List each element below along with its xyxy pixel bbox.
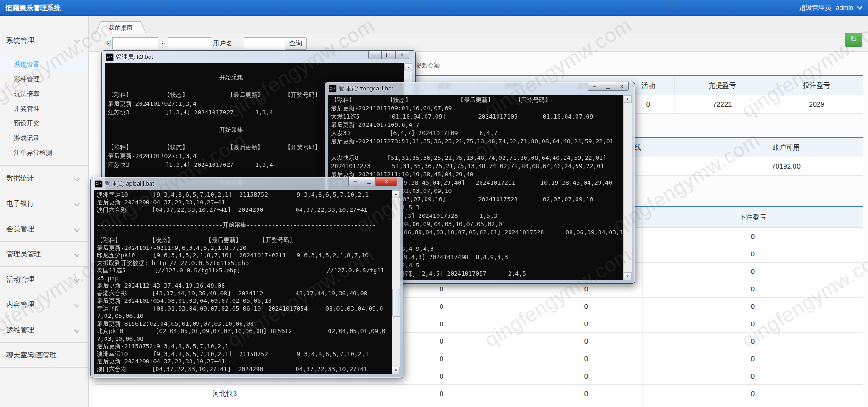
admin-app: 恒耀娱乐管理系统 超级管理员 admin 系统管理系统设置彩种管理玩法倍率开奖管… [0,0,868,407]
sidebar-group[interactable]: 运维管理 [0,317,88,343]
minimize-button[interactable]: ─ [588,82,601,91]
chevron-down-icon [74,175,80,181]
sidebar-group-label: 内容管理 [6,300,34,308]
username-input[interactable] [244,37,289,49]
close-button[interactable]: ✕ [396,51,409,59]
sidebar-item[interactable]: 注单异常检测 [0,145,88,160]
scroll-up-icon[interactable]: ▲ [624,95,632,103]
table-cell: 0 [530,350,643,367]
sidebar-group[interactable]: 聊天室/动画管理 [0,343,88,368]
window-apicaiji-controls: ─ ✕ [348,177,397,186]
refresh-button[interactable]: ↻ [845,33,862,47]
chevron-down-icon [74,327,80,333]
scroll-up-icon[interactable]: ▲ [404,63,412,71]
sidebar-group-label: 管理员管理 [6,250,41,258]
window-apicaiji-console: 澳洲幸运10 [9,3,4,8,6,5,7,10,2,1] 21158752 9… [94,190,400,374]
chevron-down-icon [857,4,862,9]
scrollbar[interactable]: ▲ ▼ [623,95,632,280]
table-cell: 0 [530,385,643,402]
sidebar-group[interactable]: 会员管理 [0,216,88,242]
cmd-icon: C:\ [95,180,103,188]
sidebar-group[interactable]: 活动管理 [0,267,88,292]
table-cell: 70192.00 [709,157,863,175]
window-apicaiji: C:\ 管理员: apicaiji.bat ─ ✕ 澳洲幸运10 [9,3,4,… [91,177,403,378]
maximize-button[interactable] [362,177,376,186]
table-cell: 0 [353,385,530,402]
table-cell: 0 [643,315,863,332]
app-title: 恒耀娱乐管理系统 [6,0,61,15]
scroll-down-icon[interactable]: ▼ [392,367,400,374]
range-separator: - [162,37,164,49]
sidebar-item[interactable]: 玩法倍率 [0,86,88,101]
table-row: 河北快3000 [96,385,863,402]
time-from-input[interactable] [112,37,158,49]
tab-label: 我的桌面 [95,21,146,34]
sidebar-group-label: 活动管理 [6,275,34,283]
maximize-button[interactable] [382,51,396,59]
console-text: 澳洲幸运10 [9,3,4,8,6,5,7,10,2,1] 21158752 9… [94,190,400,373]
cmd-icon: C:\ [329,85,337,93]
maximize-icon [386,53,391,57]
sidebar-group-label: 电子银行 [6,199,34,207]
maximize-icon [606,85,610,89]
window-k3-controls: ─ ✕ [368,51,409,59]
sidebar-item-label: 预设开奖 [14,119,39,127]
chevron-down-icon [74,226,80,232]
minimize-button[interactable]: ─ [368,51,382,59]
sidebar-group[interactable]: 电子银行 [0,191,88,216]
table-cell: 0 [530,367,643,384]
window-zongcaiji-title: 管理员: zongcaiji.bat [339,82,393,95]
table-cell: 0 [643,245,863,262]
sidebar-item-label: 系统设置 [14,61,39,68]
sidebar-item-label: 游戏记录 [14,134,39,141]
sidebar-item[interactable]: 预设开奖 [0,116,88,130]
sidebar-group-label: 聊天室/动画管理 [6,351,56,359]
admin-menu[interactable]: 超级管理员 admin [799,0,862,15]
window-zongcaiji-controls: ─ ✕ [588,82,629,91]
table-cell: 0 [643,280,863,297]
tab-my-desktop[interactable]: 我的桌面 [95,21,146,34]
scrollbar[interactable]: ▲ ▼ [392,190,400,374]
column-header: 充提盈亏 [675,76,770,95]
maximize-button[interactable] [601,82,615,91]
maximize-icon [367,180,371,184]
sidebar-item-label: 玩法倍率 [14,90,39,97]
sidebar-group[interactable]: 内容管理 [0,292,88,317]
scroll-thumb[interactable] [392,289,400,317]
minimize-button[interactable]: ─ [348,177,362,186]
chevron-down-icon [74,302,80,308]
table-cell: 0 [643,367,863,384]
sidebar-item-label: 开奖管理 [14,105,39,112]
table-cell: 2029 [770,95,863,113]
table-cell: 0 [530,333,643,350]
admin-role-label: 超级管理员 [799,4,831,12]
close-button[interactable]: ✕ [376,177,397,186]
window-apicaiji-title: 管理员: apicaiji.bat [105,177,154,190]
sidebar-group[interactable]: 管理员管理 [0,242,88,267]
scroll-down-icon[interactable]: ▼ [624,272,632,280]
column-header: 下注盈亏 [643,207,863,227]
admin-username: admin [836,4,853,11]
sidebar-group[interactable]: 系统管理 [0,28,88,53]
sidebar-item[interactable]: 开奖管理 [0,101,88,116]
column-header: 账户可用 [709,138,863,157]
time-to-input[interactable] [168,37,211,49]
scroll-up-icon[interactable]: ▲ [392,190,400,198]
sidebar-group[interactable]: 数据统计 [0,166,88,191]
sidebar: 系统管理系统设置彩种管理玩法倍率开奖管理预设开奖游戏记录注单异常检测数据统计电子… [0,15,89,407]
cmd-icon: C:\ [106,53,114,61]
table-cell: 0 [643,228,863,245]
topbar: 恒耀娱乐管理系统 超级管理员 admin [0,0,868,16]
sidebar-item[interactable]: 游戏记录 [0,130,88,145]
sidebar-group-label: 运维管理 [6,326,34,334]
chevron-down-icon [74,201,80,207]
sidebar-item[interactable]: 彩种管理 [0,72,88,86]
sidebar-group-label: 会员管理 [6,225,34,232]
table-cell: 0 [643,350,863,367]
table-cell: 0 [530,315,643,332]
close-button[interactable]: ✕ [615,82,629,91]
query-button[interactable]: 查询 [285,37,307,50]
sidebar-item[interactable]: 系统设置 [0,57,88,72]
refresh-icon: ↻ [850,35,857,44]
note-fragment: -提款金额 [414,62,440,70]
